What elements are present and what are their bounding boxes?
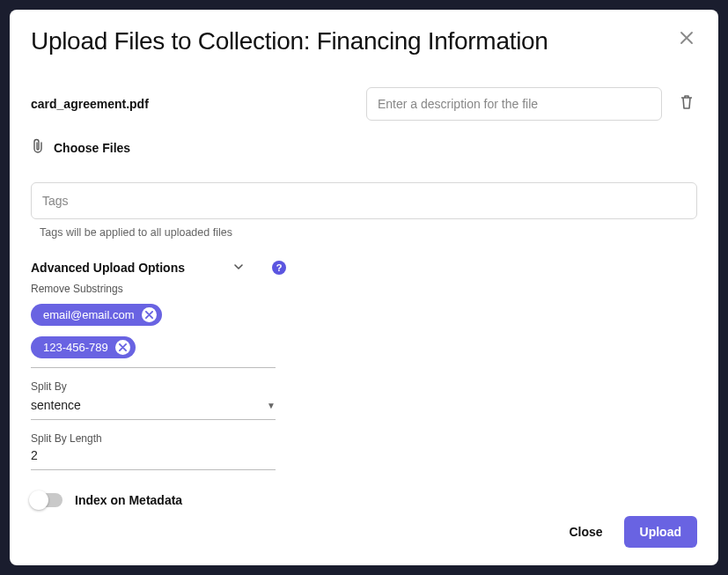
tags-placeholder: Tags [42,194,69,208]
close-button[interactable]: Close [562,516,609,548]
split-by-field: Split By sentence ▼ [31,380,276,420]
modal-title: Upload Files to Collection: Financing In… [31,27,548,55]
split-by-value: sentence [31,398,81,412]
chip: 123-456-789 [31,336,136,358]
chip: email@email.com [31,304,162,326]
split-by-select[interactable]: sentence ▼ [31,393,276,420]
file-row: card_agreement.pdf [31,87,697,121]
remove-substrings-field[interactable]: email@email.com 123-456-789 [31,304,276,368]
file-name: card_agreement.pdf [31,97,352,111]
index-metadata-toggle[interactable] [31,493,63,507]
modal-footer: Close Upload [31,516,697,548]
modal-header: Upload Files to Collection: Financing In… [31,27,697,55]
choose-files-button[interactable]: Choose Files [31,138,697,158]
split-by-label: Split By [31,380,276,393]
advanced-options-label: Advanced Upload Options [31,261,224,275]
index-metadata-label: Index on Metadata [75,493,182,507]
upload-modal: Upload Files to Collection: Financing In… [10,10,718,565]
remove-substrings-label: Remove Substrings [31,283,697,295]
close-icon[interactable] [676,27,697,48]
tags-note: Tags will be applied to all uploaded fil… [40,226,697,239]
split-by-length-input[interactable] [31,445,276,470]
choose-files-label: Choose Files [54,141,130,155]
file-description-input[interactable] [366,87,662,121]
index-metadata-row: Index on Metadata [31,493,697,507]
advanced-options-toggle[interactable]: Advanced Upload Options ? [31,260,697,276]
help-icon[interactable]: ? [272,261,286,275]
split-by-length-label: Split By Length [31,432,276,445]
split-by-length-field: Split By Length [31,432,276,470]
paperclip-icon [31,138,45,158]
chip-remove-icon[interactable] [142,307,157,322]
trash-icon[interactable] [676,91,697,117]
caret-down-icon: ▼ [267,401,276,410]
chip-label: 123-456-789 [43,341,108,354]
toggle-knob [29,490,48,510]
chip-remove-icon[interactable] [115,340,130,355]
upload-button[interactable]: Upload [624,516,697,548]
tags-input[interactable]: Tags [31,182,697,219]
chip-label: email@email.com [43,308,135,321]
chevron-down-icon [233,260,244,276]
